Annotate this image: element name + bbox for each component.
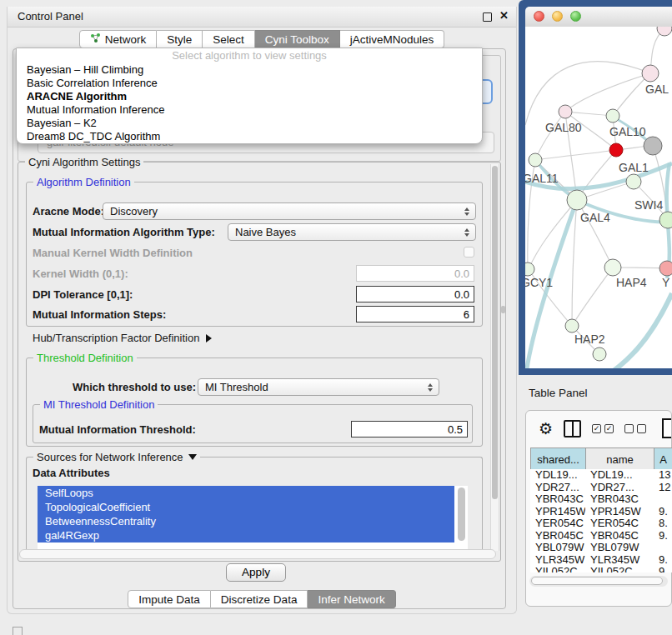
list-item[interactable]: BetweennessCentrality	[38, 514, 454, 528]
list-item[interactable]: TopologicalCoefficient	[38, 500, 454, 514]
node-gal1-red[interactable]	[609, 143, 623, 157]
hub-definition-toggle[interactable]: Hub/Transcription Factor Definition	[33, 332, 212, 344]
node-green-edge[interactable]	[659, 212, 672, 228]
tab-label: Impute Data	[138, 593, 200, 606]
settings-horizontal-scrollbar[interactable]	[19, 549, 496, 559]
scrollbar-thumb[interactable]	[531, 577, 663, 585]
list-item[interactable]: gal4RGexp	[38, 528, 454, 542]
network-canvas[interactable]: GAL GAL80 GAL10 GAL1 GAL11 SWI4 GAL4 GCY…	[525, 27, 672, 368]
popup-item[interactable]: Bayesian – Hill Climbing	[17, 63, 482, 77]
cell: YLR345W	[585, 554, 654, 567]
node-gal80[interactable]	[559, 105, 572, 118]
unchecked-box-icon	[637, 424, 646, 433]
node-gal4[interactable]	[567, 190, 587, 210]
kernel-width-field[interactable]	[356, 265, 474, 282]
tab-label: Style	[167, 33, 192, 46]
column-header-shared-name[interactable]: shared...	[530, 448, 585, 470]
panel-splitter-handle[interactable]	[501, 306, 505, 313]
node-label: GAL1	[619, 161, 649, 174]
group-title: Cyni Algorithm Settings	[25, 156, 143, 168]
table-row[interactable]: YDL19...YDL19...13	[530, 469, 672, 482]
combo-arrows-icon	[424, 383, 436, 392]
deselect-all-icon[interactable]	[624, 424, 646, 433]
mi-threshold-field[interactable]	[351, 421, 468, 438]
node-gal10[interactable]	[606, 109, 619, 122]
split-columns-icon[interactable]	[564, 420, 581, 438]
zoom-traffic-light[interactable]	[570, 11, 581, 22]
table-row[interactable]: YBR043CYBR043C	[530, 493, 672, 506]
cell: YBL079W	[530, 542, 585, 554]
combo-value: Discovery	[103, 205, 460, 218]
tab-discretize-data[interactable]: Discretize Data	[211, 590, 308, 608]
network-tab-icon	[90, 32, 101, 46]
select-all-icon[interactable]: ✓✓	[592, 424, 614, 433]
close-traffic-light[interactable]	[534, 11, 544, 22]
popup-item[interactable]: Mutual Information Inference	[17, 103, 482, 117]
manual-kernel-checkbox[interactable]	[464, 247, 474, 258]
node-gal-pink[interactable]	[642, 65, 659, 82]
which-threshold-label: Which threshold to use:	[73, 381, 196, 393]
tab-network[interactable]: Network	[79, 30, 158, 48]
export-table-icon[interactable]	[662, 418, 671, 438]
node-label: GAL80	[545, 121, 582, 134]
table-row[interactable]: YLR345WYLR345W9.	[530, 554, 672, 567]
group-title: Threshold Definition	[33, 352, 137, 364]
tab-infer-network[interactable]: Infer Network	[308, 590, 395, 608]
cell: YDL19...	[530, 469, 585, 482]
combo-value: MI Threshold	[198, 381, 424, 393]
table-horizontal-scrollbar[interactable]	[529, 576, 668, 587]
node-gray[interactable]	[644, 137, 662, 155]
minimize-traffic-light[interactable]	[552, 11, 563, 22]
node-salmon[interactable]	[659, 261, 672, 276]
node-hap2[interactable]	[565, 319, 579, 332]
panel-title: Control Panel	[18, 10, 83, 22]
aracne-mode-label: Aracne Mode:	[33, 205, 104, 218]
column-header-clipped[interactable]: A	[654, 448, 672, 470]
gear-icon[interactable]: ⚙	[539, 421, 553, 437]
table-row[interactable]: YER054CYER054C8.	[530, 518, 672, 530]
dpi-tolerance-field[interactable]	[356, 286, 474, 302]
tab-select[interactable]: Select	[203, 30, 255, 48]
popup-item[interactable]: Basic Correlation Inference	[17, 77, 482, 90]
table-row[interactable]: YBR045CYBR045C9.	[530, 530, 672, 542]
settings-vertical-scrollbar[interactable]	[490, 164, 499, 551]
scrollbar-thumb[interactable]	[492, 166, 498, 499]
table-row[interactable]: YBL079WYBL079W	[530, 542, 672, 554]
list-scrollbar-thumb[interactable]	[458, 488, 465, 541]
node-swi4[interactable]	[626, 174, 641, 189]
table-row[interactable]: YDR27...YDR27...12	[530, 482, 672, 494]
node-label: GAL10	[609, 125, 646, 138]
node-bottom[interactable]	[593, 348, 606, 361]
list-item[interactable]: SelfLoops	[38, 486, 454, 500]
cell: 9.	[654, 566, 672, 572]
which-threshold-combo[interactable]: MI Threshold	[198, 378, 439, 396]
cell: 13	[654, 469, 672, 482]
popup-item[interactable]: Dream8 DC_TDC Algorithm	[17, 130, 482, 143]
mi-steps-field[interactable]	[356, 306, 474, 322]
node-gcy1[interactable]	[525, 262, 534, 276]
tab-jactivemnodules[interactable]: jActiveMNodules	[340, 30, 445, 48]
node-hap4[interactable]	[604, 259, 621, 276]
tab-impute-data[interactable]: Impute Data	[128, 590, 211, 608]
tab-label: Infer Network	[318, 593, 384, 606]
table-row[interactable]: YIL052CYIL052C9.	[530, 566, 672, 572]
node-label: Y	[662, 276, 670, 289]
cell: YLR345W	[530, 554, 585, 567]
apply-button[interactable]: Apply	[226, 563, 286, 582]
mi-type-combo[interactable]: Naive Bayes	[228, 223, 476, 241]
column-header-name[interactable]: name	[585, 448, 654, 470]
node-label: SWI4	[634, 198, 663, 212]
aracne-mode-combo[interactable]: Discovery	[103, 202, 476, 220]
table-row[interactable]: YPR145WYPR145W9.	[530, 506, 672, 518]
minimized-panel-icon[interactable]	[13, 627, 23, 635]
float-window-icon[interactable]	[483, 12, 492, 22]
tab-cyni-toolbox[interactable]: Cyni Toolbox	[255, 30, 340, 48]
tab-style[interactable]: Style	[157, 30, 203, 48]
sources-toggle[interactable]: Sources for Network Inference	[33, 451, 200, 463]
popup-item-selected[interactable]: ARACNE Algorithm	[17, 90, 482, 103]
group-title: Algorithm Definition	[33, 176, 134, 188]
cell: YER054C	[530, 518, 585, 530]
node-gal11[interactable]	[529, 153, 542, 167]
close-icon[interactable]: ✕	[499, 9, 509, 22]
popup-item[interactable]: Bayesian – K2	[17, 117, 482, 130]
